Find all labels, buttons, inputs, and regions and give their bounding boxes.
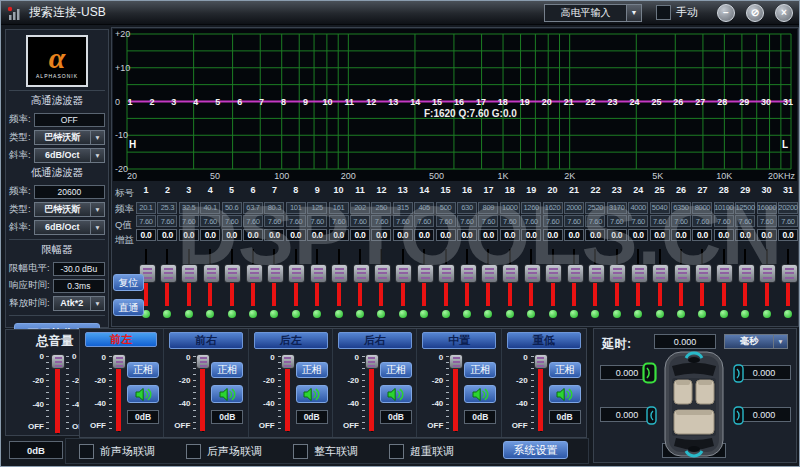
- band-enabled-led[interactable]: [270, 310, 278, 318]
- eq-band-frequency[interactable]: 20200: [778, 202, 798, 214]
- eq-band-q[interactable]: 7.60: [778, 215, 798, 227]
- eq-band-q[interactable]: 7.60: [200, 215, 220, 227]
- delay-rear-right[interactable]: 0.000: [737, 407, 791, 422]
- band-enabled-led[interactable]: [484, 310, 492, 318]
- eq-band-frequency[interactable]: 2520: [585, 202, 605, 214]
- speaker-mute-button[interactable]: [211, 385, 243, 403]
- band-enabled-led[interactable]: [506, 310, 514, 318]
- delay-unit-dropdown[interactable]: 毫秒 ▼: [724, 334, 788, 349]
- phase-button[interactable]: 正相: [549, 362, 581, 378]
- lpf-slope-dropdown[interactable]: 6dB/Oct ▼: [34, 220, 105, 235]
- eq-band-q[interactable]: 7.60: [393, 215, 413, 227]
- channel-header[interactable]: 中置: [422, 332, 496, 349]
- channel-header[interactable]: 后左: [254, 332, 328, 349]
- eq-band-gain[interactable]: 0.0: [371, 229, 391, 241]
- band-enabled-led[interactable]: [377, 310, 385, 318]
- eq-band-gain[interactable]: 0.0: [157, 229, 177, 241]
- eq-band-q[interactable]: 7.60: [457, 215, 477, 227]
- manual-checkbox[interactable]: [656, 5, 671, 20]
- eq-band-frequency[interactable]: 4000: [628, 202, 648, 214]
- eq-band-gain[interactable]: 0.0: [414, 229, 434, 241]
- eq-band-frequency[interactable]: 315: [393, 202, 413, 214]
- band-enabled-led[interactable]: [677, 310, 685, 318]
- eq-response-graph[interactable]: +20+100-10-2020501002005001K2K5K10K20KHz…: [113, 29, 797, 181]
- eq-fader-handle[interactable]: [310, 264, 327, 283]
- eq-fader-handle[interactable]: [267, 264, 284, 283]
- limiter-attack-value[interactable]: 0.3ms: [53, 279, 105, 293]
- eq-fader-handle[interactable]: [588, 264, 605, 283]
- checkbox[interactable]: [389, 444, 404, 459]
- speaker-mute-button[interactable]: [380, 385, 412, 403]
- eq-band-gain[interactable]: 0.0: [436, 229, 456, 241]
- band-enabled-led[interactable]: [763, 310, 771, 318]
- eq-band-q[interactable]: 7.60: [136, 215, 156, 227]
- band-enabled-led[interactable]: [249, 310, 257, 318]
- checkbox[interactable]: [293, 444, 308, 459]
- eq-fader-handle[interactable]: [738, 264, 755, 283]
- channel-fader-handle[interactable]: [281, 354, 295, 369]
- eq-band-gain[interactable]: 0.0: [350, 229, 370, 241]
- eq-band-frequency[interactable]: 32.5: [179, 202, 199, 214]
- eq-band-frequency[interactable]: 25.3: [157, 202, 177, 214]
- eq-band-gain[interactable]: 0.0: [778, 229, 798, 241]
- eq-band-gain[interactable]: 0.0: [307, 229, 327, 241]
- eq-band-q[interactable]: 7.60: [607, 215, 627, 227]
- eq-band-frequency[interactable]: 1620: [543, 202, 563, 214]
- eq-band-q[interactable]: 7.60: [350, 215, 370, 227]
- channel-fader-handle[interactable]: [365, 354, 379, 369]
- eq-band-q[interactable]: 7.60: [671, 215, 691, 227]
- eq-band-gain[interactable]: 0.0: [136, 229, 156, 241]
- band-enabled-led[interactable]: [228, 310, 236, 318]
- eq-band-q[interactable]: 7.60: [179, 215, 199, 227]
- channel-header[interactable]: 前左: [85, 332, 157, 347]
- speaker-front-right-icon[interactable]: [733, 364, 745, 384]
- eq-band-gain[interactable]: 0.0: [650, 229, 670, 241]
- eq-band-frequency[interactable]: 161: [329, 202, 349, 214]
- eq-band-gain[interactable]: 0.0: [671, 229, 691, 241]
- band-enabled-led[interactable]: [420, 310, 428, 318]
- eq-band-frequency[interactable]: 50.6: [222, 202, 242, 214]
- eq-fader-handle[interactable]: [502, 264, 519, 283]
- band-enabled-led[interactable]: [591, 310, 599, 318]
- lpf-freq-value[interactable]: 20600: [34, 185, 105, 199]
- eq-fader-handle[interactable]: [181, 264, 198, 283]
- speaker-rear-left-icon[interactable]: [646, 406, 658, 426]
- eq-band-q[interactable]: 7.60: [692, 215, 712, 227]
- eq-band-q[interactable]: 7.60: [735, 215, 755, 227]
- eq-band-frequency[interactable]: 6350: [671, 202, 691, 214]
- band-enabled-led[interactable]: [549, 310, 557, 318]
- eq-band-frequency[interactable]: 20.1: [136, 202, 156, 214]
- channel-fader-handle[interactable]: [112, 354, 126, 369]
- eq-band-frequency[interactable]: 3170: [607, 202, 627, 214]
- phase-button[interactable]: 正相: [127, 362, 159, 378]
- eq-band-gain[interactable]: 0.0: [179, 229, 199, 241]
- eq-band-gain[interactable]: 0.0: [585, 229, 605, 241]
- channel-fader-handle[interactable]: [449, 354, 463, 369]
- limiter-level-value[interactable]: -30.0 dBu: [53, 262, 105, 276]
- eq-fader-handle[interactable]: [759, 264, 776, 283]
- eq-band-q[interactable]: 7.60: [564, 215, 584, 227]
- eq-band-gain[interactable]: 0.0: [478, 229, 498, 241]
- eq-fader-handle[interactable]: [395, 264, 412, 283]
- band-enabled-led[interactable]: [313, 310, 321, 318]
- eq-band-gain[interactable]: 0.0: [243, 229, 263, 241]
- eq-band-frequency[interactable]: 40.1: [200, 202, 220, 214]
- speaker-front-left-icon[interactable]: [642, 362, 658, 384]
- channel-header[interactable]: 后右: [338, 332, 412, 349]
- eq-fader-handle[interactable]: [203, 264, 220, 283]
- eq-fader-handle[interactable]: [481, 264, 498, 283]
- eq-band-q[interactable]: 7.60: [543, 215, 563, 227]
- eq-band-frequency[interactable]: 500: [436, 202, 456, 214]
- eq-band-q[interactable]: 7.60: [436, 215, 456, 227]
- phase-button[interactable]: 正相: [380, 362, 412, 378]
- band-enabled-led[interactable]: [741, 310, 749, 318]
- eq-band-q[interactable]: 7.60: [222, 215, 242, 227]
- disable-button[interactable]: ⊘: [746, 4, 764, 22]
- eq-band-q[interactable]: 7.60: [264, 215, 284, 227]
- eq-fader-handle[interactable]: [567, 264, 584, 283]
- eq-band-frequency[interactable]: 202: [350, 202, 370, 214]
- eq-band-frequency[interactable]: 63.7: [243, 202, 263, 214]
- band-enabled-led[interactable]: [335, 310, 343, 318]
- delay-front-right[interactable]: 0.000: [737, 365, 791, 380]
- eq-band-frequency[interactable]: 250: [371, 202, 391, 214]
